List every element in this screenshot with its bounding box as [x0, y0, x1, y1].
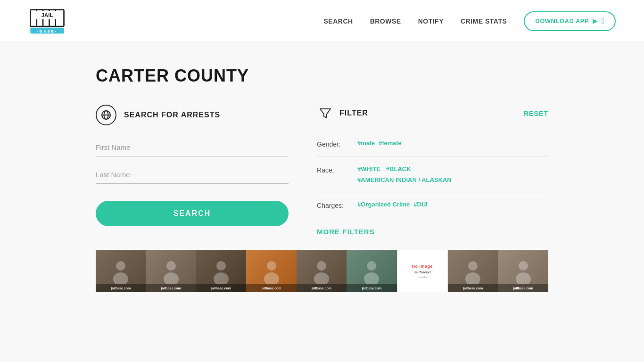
- svg-point-16: [164, 272, 179, 284]
- apple-icon: : [602, 17, 604, 25]
- search-filter-layout: SEARCH FOR ARRESTS SEARCH: [96, 105, 548, 236]
- filter-header: FILTER RESET: [317, 105, 548, 122]
- last-name-group: [96, 166, 289, 184]
- mugshot-watermark-9: jailbase.com: [498, 284, 548, 292]
- mugshot-7-no-image[interactable]: No Image JailTracker available: [397, 250, 448, 292]
- tag-black[interactable]: #BLACK: [384, 165, 411, 173]
- download-app-label: DOWNLOAD APP: [535, 17, 589, 25]
- play-icon: ▶: [593, 17, 598, 25]
- tag-white[interactable]: #WHITE: [357, 165, 380, 173]
- last-name-input[interactable]: [96, 166, 289, 184]
- svg-point-20: [264, 272, 279, 284]
- charges-filter-row: Charges: #Organized Crime #DUI: [317, 192, 548, 218]
- svg-point-28: [516, 272, 531, 284]
- tag-female[interactable]: #female: [379, 140, 401, 147]
- search-arrests-icon: [100, 109, 112, 121]
- race-filter-row: Race: #WHITE #BLACK #AMERICAN INDIAN / A…: [317, 157, 548, 192]
- nav-notify[interactable]: NOTIFY: [418, 17, 444, 25]
- search-section: SEARCH FOR ARRESTS SEARCH: [96, 105, 289, 226]
- mugshot-watermark-1: jailbase.com: [96, 284, 146, 292]
- svg-point-18: [214, 272, 229, 284]
- tag-dui[interactable]: #DUI: [413, 201, 428, 208]
- gender-label: Gender:: [317, 140, 350, 148]
- svg-point-23: [367, 261, 376, 271]
- svg-point-22: [314, 272, 329, 284]
- county-title: CARTER COUNTY: [96, 66, 548, 86]
- gender-tags: #male #female: [357, 140, 401, 147]
- mugshot-watermark-2: jailbase.com: [146, 284, 196, 292]
- search-header: SEARCH FOR ARRESTS: [96, 105, 289, 125]
- mugshot-1[interactable]: jailbase.com: [96, 250, 146, 292]
- main-content: CARTER COUNTY SEARCH FOR ARRESTS: [86, 42, 558, 306]
- svg-point-21: [317, 261, 326, 271]
- nav-browse[interactable]: BROWSE: [370, 17, 401, 25]
- charges-tags: #Organized Crime #DUI: [357, 201, 428, 208]
- mugshot-4[interactable]: jailbase.com: [246, 250, 296, 292]
- svg-point-25: [468, 261, 478, 271]
- filter-title-area: FILTER: [317, 105, 368, 122]
- site-header: JAIL ·BASE· SEARCH BROWSE NOTIFY CRIME S…: [0, 0, 644, 42]
- gender-filter-row: Gender: #male #female: [317, 131, 548, 157]
- mugshot-watermark-6: jailbase.com: [347, 284, 396, 292]
- svg-point-27: [519, 261, 528, 271]
- tag-american-indian[interactable]: #AMERICAN INDIAN / ALASKAN: [357, 176, 509, 183]
- svg-point-24: [364, 272, 379, 284]
- mugshot-2[interactable]: jailbase.com: [146, 250, 196, 292]
- no-image-sub: available: [417, 276, 428, 279]
- main-nav: SEARCH BROWSE NOTIFY CRIME STATS DOWNLOA…: [324, 11, 616, 31]
- filter-section-title: FILTER: [339, 109, 368, 117]
- race-label: Race:: [317, 165, 350, 174]
- svg-point-13: [116, 261, 125, 271]
- svg-point-14: [113, 272, 128, 284]
- funnel-icon: [319, 107, 332, 120]
- mugshot-3[interactable]: jailbase.com: [196, 250, 246, 292]
- first-name-group: [96, 139, 289, 156]
- mugshot-watermark-8: jailbase.com: [448, 284, 498, 292]
- no-image-text: No Image: [412, 264, 433, 269]
- charges-label: Charges:: [317, 201, 350, 209]
- jail-tracker-brand: JailTracker: [413, 271, 431, 274]
- more-filters-button[interactable]: MORE FILTERS: [317, 228, 375, 236]
- tag-organized-crime[interactable]: #Organized Crime: [357, 201, 410, 208]
- tag-male[interactable]: #male: [357, 140, 375, 147]
- search-circle-icon: [96, 105, 116, 125]
- nav-search[interactable]: SEARCH: [324, 17, 353, 25]
- logo-area: JAIL ·BASE·: [28, 7, 66, 35]
- nav-crime-stats[interactable]: CRIME STATS: [461, 17, 507, 25]
- svg-point-19: [267, 261, 276, 271]
- search-button[interactable]: SEARCH: [96, 201, 289, 226]
- filter-section: FILTER RESET Gender: #male #female Race:…: [317, 105, 548, 236]
- person-silhouette: [111, 258, 130, 284]
- svg-point-15: [166, 261, 176, 271]
- mugshot-8[interactable]: jailbase.com: [448, 250, 498, 292]
- mugshot-9[interactable]: jailbase.com: [498, 250, 548, 292]
- mugshot-watermark-3: jailbase.com: [196, 284, 246, 292]
- mugshot-strip: jailbase.com jailbase.com ja: [96, 250, 548, 292]
- reset-filter-button[interactable]: RESET: [523, 109, 548, 117]
- svg-point-17: [216, 261, 226, 271]
- mugshot-6[interactable]: jailbase.com: [347, 250, 396, 292]
- search-section-title: SEARCH FOR ARRESTS: [124, 111, 220, 119]
- svg-text:JAIL: JAIL: [41, 12, 53, 17]
- race-tags: #WHITE #BLACK #AMERICAN INDIAN / ALASKAN: [357, 165, 509, 183]
- svg-text:·BASE·: ·BASE·: [37, 29, 58, 33]
- mugshot-5[interactable]: jailbase.com: [297, 250, 347, 292]
- svg-point-26: [465, 272, 480, 284]
- no-image-placeholder: No Image JailTracker available: [397, 250, 447, 292]
- filter-icon: [317, 105, 334, 122]
- mugshot-watermark-5: jailbase.com: [297, 284, 347, 292]
- svg-marker-12: [320, 109, 330, 118]
- jailbase-logo[interactable]: JAIL ·BASE·: [28, 7, 66, 35]
- download-app-button[interactable]: DOWNLOAD APP ▶ : [524, 11, 616, 31]
- first-name-input[interactable]: [96, 139, 289, 156]
- mugshot-watermark-4: jailbase.com: [246, 284, 296, 292]
